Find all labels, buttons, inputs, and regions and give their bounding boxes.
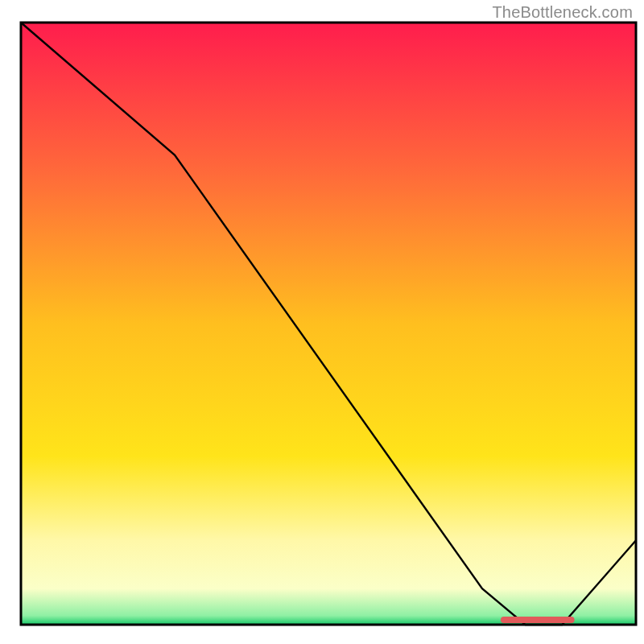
- svg-rect-0: [21, 23, 636, 625]
- attribution-text: TheBottleneck.com: [492, 3, 633, 22]
- chart-container: TheBottleneck.com: [0, 0, 644, 644]
- svg-rect-1: [501, 617, 575, 623]
- bottleneck-chart: [0, 0, 644, 644]
